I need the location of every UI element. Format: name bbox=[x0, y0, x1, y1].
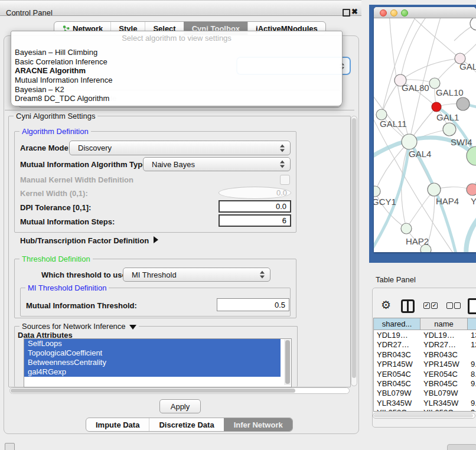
network-edge bbox=[400, 58, 460, 80]
algorithm-option[interactable]: Mutual Information Inference bbox=[11, 76, 342, 85]
manual-kernel-label: Manual Kernel Width Definition bbox=[20, 175, 133, 184]
network-window-titlebar[interactable] bbox=[374, 7, 476, 18]
table-row[interactable]: YDR27…YDR27…12 bbox=[374, 340, 476, 350]
algorithm-option[interactable]: Basic Correlation Inference bbox=[11, 57, 342, 67]
tab-discretize-data[interactable]: Discretize Data bbox=[149, 418, 223, 431]
zoom-traffic-light[interactable] bbox=[401, 9, 408, 17]
table-cell: 13 bbox=[471, 331, 476, 340]
unchecked-box-icon[interactable] bbox=[454, 302, 461, 309]
network-node[interactable] bbox=[457, 97, 470, 110]
which-threshold-combo[interactable]: MI Threshold bbox=[123, 268, 270, 282]
table-cell: YIL052C bbox=[423, 408, 454, 412]
node-label: GAL4 bbox=[409, 149, 431, 159]
kernel-width-field[interactable]: 0.0 bbox=[219, 187, 291, 199]
network-node[interactable] bbox=[443, 123, 456, 136]
attribute-item-selected[interactable]: BetweennessCentrality bbox=[24, 358, 281, 367]
kernel-width-label: Kernel Width (0,1): bbox=[20, 189, 88, 198]
table-row[interactable]: YDL19…YDL19…13 bbox=[374, 331, 476, 340]
network-edge bbox=[406, 190, 434, 229]
table-row[interactable]: YIL052CYIL052C9 bbox=[374, 408, 476, 412]
mi-type-combo[interactable]: Naive Bayes bbox=[143, 157, 291, 171]
aracne-mode-combo[interactable]: Discovery bbox=[69, 141, 291, 155]
list-scrollbar[interactable] bbox=[284, 340, 291, 385]
table-panel-title: Table Panel bbox=[376, 275, 416, 284]
table-row[interactable]: YBR043CYBR043C bbox=[374, 350, 476, 360]
algorithm-option[interactable]: Dream8 DC_TDC Algorithm bbox=[11, 94, 342, 103]
network-node-HAP2[interactable] bbox=[401, 223, 412, 234]
apply-button[interactable]: Apply bbox=[159, 399, 201, 413]
mi-threshold-title: MI Threshold Definition bbox=[25, 283, 109, 292]
column-browser-icon[interactable] bbox=[401, 299, 415, 313]
algorithm-option[interactable]: Bayesian – Hill Climbing bbox=[11, 48, 342, 57]
data-attributes-list[interactable]: SelfLoopsTopologicalCoefficientBetweenne… bbox=[24, 338, 292, 387]
table-row[interactable]: YBR045CYBR045C9. bbox=[374, 379, 476, 389]
node-label: HAP4 bbox=[436, 196, 459, 206]
table-cell: YDR27… bbox=[377, 340, 409, 350]
table-row[interactable]: YBL079WYBL079W bbox=[374, 389, 476, 398]
table-cell: YDR27… bbox=[423, 340, 456, 350]
node-label: GAL1 bbox=[436, 112, 459, 122]
network-node-Y[interactable] bbox=[467, 184, 476, 195]
table-cell: YBL079W bbox=[423, 389, 458, 398]
node-table[interactable]: shared...nameA YDL19…YDL19…13YDR27…YDR27… bbox=[373, 318, 476, 412]
dpi-tolerance-label: DPI Tolerance [0,1]: bbox=[20, 203, 91, 212]
table-column-header[interactable]: A bbox=[468, 318, 476, 330]
table-cell: YBR045C bbox=[423, 379, 458, 389]
algorithm-option[interactable]: Bayesian – K2 bbox=[11, 85, 342, 94]
checked-box-icon[interactable]: ✓ bbox=[423, 302, 430, 309]
aracne-mode-label: Aracne Mode: bbox=[20, 144, 71, 152]
mi-threshold-field[interactable]: 0.5 bbox=[217, 298, 289, 311]
close-icon[interactable]: ✖ bbox=[351, 7, 358, 16]
network-graph: GALGAL80GAL10GAL1GAL11SWI4GAL4GCY1HAP4YH… bbox=[374, 18, 476, 252]
network-node[interactable] bbox=[470, 18, 476, 30]
settings-vertical-scrollbar-thumb[interactable] bbox=[352, 118, 356, 378]
minimize-traffic-light[interactable] bbox=[390, 9, 397, 17]
table-cell: YER054C bbox=[377, 370, 411, 379]
dpi-tolerance-field[interactable]: 0.0 bbox=[219, 200, 291, 213]
stepper-icon bbox=[260, 271, 265, 279]
threshold-definition-title: Threshold Definition bbox=[19, 255, 93, 263]
network-node[interactable] bbox=[420, 244, 431, 252]
settings-horizontal-scrollbar-thumb[interactable] bbox=[11, 389, 295, 393]
attribute-item-selected[interactable]: TopologicalCoefficient bbox=[24, 348, 281, 358]
node-label: GAL10 bbox=[436, 87, 464, 97]
table-cell: YBL079W bbox=[377, 389, 412, 398]
checked-box-icon[interactable]: ✓ bbox=[431, 302, 438, 309]
table-row[interactable]: YPR145WYPR145W9. bbox=[374, 360, 476, 369]
cyni-bottom-tabs: Impute Data Discretize Data Infer Networ… bbox=[86, 418, 293, 432]
table-cell: YDL19… bbox=[423, 331, 455, 340]
attribute-item-selected[interactable]: gal4RGexp bbox=[24, 367, 281, 377]
network-canvas[interactable]: GALGAL80GAL10GAL1GAL11SWI4GAL4GCY1HAP4YH… bbox=[374, 18, 476, 252]
unchecked-box-icon[interactable] bbox=[446, 302, 453, 309]
algorithm-definition-title: Algorithm Definition bbox=[19, 127, 91, 136]
network-node-GAL1[interactable] bbox=[432, 102, 441, 112]
table-row[interactable]: YLR345WYLR345W9. bbox=[374, 399, 476, 408]
mi-steps-field[interactable]: 6 bbox=[219, 214, 291, 227]
manual-kernel-checkbox[interactable] bbox=[280, 175, 290, 185]
panel-corner-icon[interactable] bbox=[5, 443, 15, 450]
attribute-item-selected[interactable]: SelfLoops bbox=[24, 339, 281, 348]
network-view-window: GALGAL80GAL10GAL1GAL11SWI4GAL4GCY1HAP4YH… bbox=[374, 7, 476, 252]
sources-title[interactable]: Sources for Network Inference bbox=[19, 322, 139, 331]
close-traffic-light[interactable] bbox=[380, 9, 387, 17]
tab-impute-data[interactable]: Impute Data bbox=[86, 418, 149, 431]
table-horizontal-scrollbar-thumb[interactable] bbox=[374, 414, 473, 418]
network-node-GCY1[interactable] bbox=[374, 186, 380, 197]
table-cell: 9 bbox=[471, 408, 475, 412]
table-column-header[interactable]: name bbox=[420, 318, 468, 330]
float-panel-icon[interactable] bbox=[343, 9, 350, 17]
document-icon[interactable] bbox=[468, 298, 476, 314]
table-column-header[interactable]: shared... bbox=[374, 318, 420, 330]
table-row[interactable]: YER054CYER054C8. bbox=[374, 370, 476, 379]
network-node-GAL4[interactable] bbox=[402, 134, 417, 149]
algorithm-option[interactable]: ARACNE Algorithm bbox=[11, 66, 342, 76]
table-cell: YBR043C bbox=[423, 350, 458, 360]
network-node-HAP4[interactable] bbox=[428, 183, 441, 196]
node-label: GAL bbox=[459, 61, 476, 71]
hub-definition-toggle[interactable]: Hub/Transcription Factor Definition bbox=[20, 236, 158, 245]
gear-icon[interactable]: ⚙ bbox=[381, 298, 391, 312]
table-cell: YER054C bbox=[423, 370, 458, 379]
table-cell: 9. bbox=[471, 360, 476, 369]
table-cell: YLR345W bbox=[423, 399, 458, 408]
tab-infer-network[interactable]: Infer Network bbox=[224, 418, 292, 431]
